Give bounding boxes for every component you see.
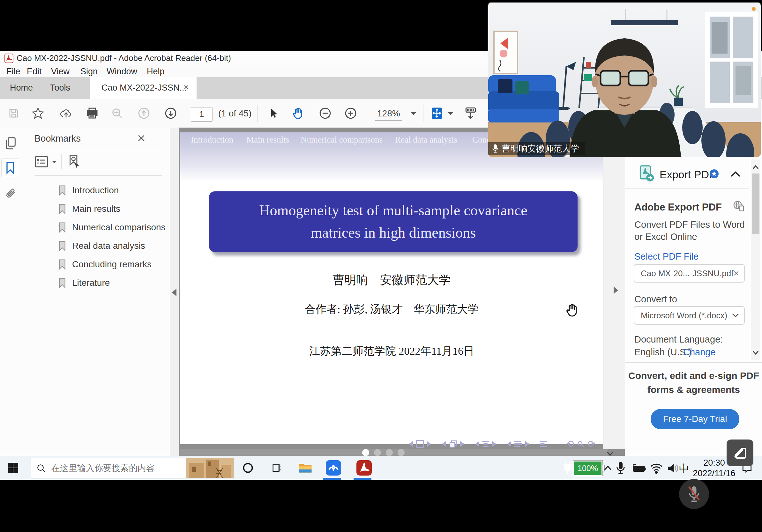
beamer-section-icon[interactable]	[482, 441, 489, 447]
tab-tools[interactable]: Tools	[50, 83, 70, 93]
search-icon[interactable]	[109, 105, 125, 121]
panel-scroll-up-icon[interactable]	[752, 165, 759, 170]
zoom-in-icon[interactable]	[343, 105, 359, 121]
beamer-pages-icon[interactable]	[449, 440, 457, 448]
beamer-frame-icon[interactable]	[416, 440, 424, 448]
search-highlight-image[interactable]	[186, 458, 234, 478]
slide-nav-numerical[interactable]: Numerical comparisons	[301, 135, 383, 145]
panel-scroll-down-icon[interactable]	[752, 350, 759, 355]
print-icon[interactable]	[84, 105, 100, 121]
beamer-doc-icon[interactable]	[514, 441, 522, 447]
tab-home[interactable]: Home	[10, 83, 33, 93]
expand-right-panel-icon[interactable]	[614, 287, 618, 294]
format-select[interactable]: Microsoft Word (*.docx)	[634, 306, 745, 325]
page-dot[interactable]	[374, 449, 381, 456]
slide-nav-introduction[interactable]: Introduction	[191, 135, 233, 145]
free-trial-button[interactable]: Free 7-Day Trial	[650, 409, 739, 429]
menu-file[interactable]: File	[6, 67, 21, 77]
page-dot-active[interactable]	[362, 449, 369, 456]
task-view-button[interactable]	[267, 459, 286, 477]
fit-page-icon[interactable]	[429, 105, 445, 121]
acrobat-button[interactable]	[355, 459, 373, 477]
document-vertical-scrollbar[interactable]	[603, 128, 625, 449]
bookmarks-panel-active-tile[interactable]	[1, 158, 19, 177]
horizontal-scrollbar[interactable]	[180, 449, 608, 456]
tray-battery-icon[interactable]	[631, 463, 647, 473]
bookmark-options-icon[interactable]	[35, 156, 48, 169]
zoom-dropdown-caret-icon[interactable]	[411, 112, 416, 115]
attachments-icon[interactable]	[4, 187, 17, 202]
tray-mic-icon[interactable]	[616, 461, 625, 475]
bookmark-item[interactable]: Numerical comparisons	[58, 220, 166, 235]
remove-file-icon[interactable]: ×	[733, 268, 739, 279]
page-dot[interactable]	[398, 449, 405, 456]
beamer-next-subsection-icon[interactable]	[460, 441, 464, 447]
zoom-out-icon[interactable]	[317, 105, 333, 121]
webcam-video[interactable]: 曹明响安徽师范大学	[488, 3, 761, 157]
bookmark-item[interactable]: Main results	[58, 201, 120, 217]
tray-wifi-icon[interactable]	[650, 462, 663, 474]
zoom-level-value[interactable]: 128%	[375, 108, 402, 120]
next-page-icon[interactable]	[163, 105, 179, 121]
slide-nav-main-results[interactable]: Main results	[246, 135, 289, 145]
panel-scrollbar-track[interactable]	[751, 160, 760, 361]
change-language-link[interactable]: Change	[683, 347, 716, 358]
beamer-prev-frame-icon[interactable]	[409, 441, 413, 447]
beamer-next-section-icon[interactable]	[492, 441, 496, 447]
collapse-panel-chevron-icon[interactable]	[730, 170, 741, 178]
mute-button[interactable]	[679, 479, 709, 509]
taskbar-search-input[interactable]	[51, 463, 186, 474]
bookmark-options-caret-icon[interactable]	[52, 161, 56, 163]
menu-sign[interactable]: Sign	[80, 67, 98, 77]
page-number-input[interactable]	[191, 107, 212, 121]
menu-view[interactable]: View	[51, 67, 70, 77]
panel-scrollbar-thumb[interactable]	[752, 173, 759, 234]
meeting-app-button[interactable]	[324, 459, 343, 477]
beamer-back-icon[interactable]: ⟲	[566, 439, 574, 448]
goto-current-bookmark-icon[interactable]	[68, 154, 80, 170]
ime-indicator[interactable]: 中	[679, 462, 689, 476]
fit-dropdown-caret-icon[interactable]	[448, 112, 453, 115]
select-tool-icon[interactable]	[266, 105, 281, 121]
menu-help[interactable]: Help	[147, 67, 165, 77]
tab-close-icon[interactable]: ×	[184, 82, 189, 93]
hide-toolbar-icon[interactable]	[463, 105, 479, 121]
menu-edit[interactable]: Edit	[27, 67, 42, 77]
battery-widget[interactable]: 100%	[562, 461, 604, 476]
slide-nav-real-data[interactable]: Real data analysis	[395, 135, 457, 145]
fill-sign-widget[interactable]	[726, 439, 753, 466]
beamer-next-doc-icon[interactable]	[525, 441, 529, 447]
menu-window[interactable]: Window	[107, 67, 137, 77]
beamer-prev-subsection-icon[interactable]	[442, 441, 446, 447]
select-pdf-file-link[interactable]: Select PDF File	[634, 251, 699, 262]
beamer-next-frame-icon[interactable]	[427, 441, 431, 447]
star-icon[interactable]	[30, 105, 46, 121]
bookmark-item[interactable]: Real data analysis	[58, 238, 145, 254]
bookmark-item[interactable]: Literature	[58, 275, 110, 291]
save-icon[interactable]	[6, 105, 22, 121]
beamer-prev-section-icon[interactable]	[475, 441, 479, 447]
previous-page-icon[interactable]	[136, 105, 152, 121]
document-area: Introduction Main results Numerical comp…	[179, 128, 625, 456]
page-thumbnails-icon[interactable]	[4, 137, 17, 152]
file-explorer-button[interactable]	[296, 459, 315, 477]
beamer-appendix-icon[interactable]	[540, 441, 547, 447]
collapse-left-panel-icon[interactable]	[172, 289, 177, 296]
start-button[interactable]	[4, 459, 22, 477]
bookmark-item[interactable]: Introduction	[58, 182, 119, 198]
beamer-forward-icon[interactable]: ⟳	[587, 439, 595, 448]
panel-divider[interactable]	[170, 128, 179, 456]
page-dot[interactable]	[386, 449, 393, 456]
tab-document[interactable]: Cao MX-2022-JSSN... ×	[90, 77, 196, 99]
bookmark-item[interactable]: Concluding remarks	[58, 256, 152, 272]
share-upload-icon[interactable]	[58, 105, 74, 121]
tray-volume-icon[interactable]	[666, 462, 679, 474]
tray-expand-icon[interactable]	[602, 464, 613, 471]
beamer-search-icon[interactable]	[577, 440, 584, 448]
beamer-prev-doc-icon[interactable]	[507, 441, 511, 447]
taskbar-search-box[interactable]	[31, 458, 234, 478]
cortana-button[interactable]	[239, 459, 257, 477]
export-star-badge-icon[interactable]	[709, 169, 719, 179]
hand-tool-icon[interactable]	[290, 105, 306, 121]
bookmarks-close-icon[interactable]	[137, 134, 145, 142]
